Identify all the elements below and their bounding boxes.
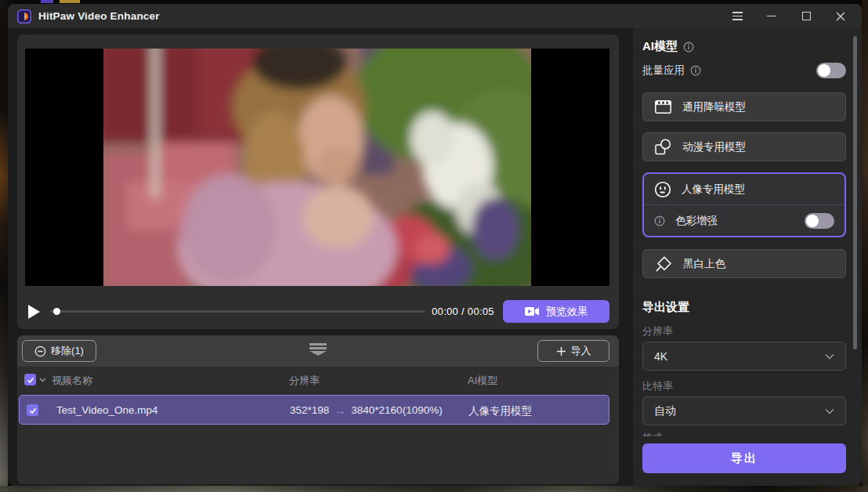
column-header-name[interactable]: 视频名称 [52, 374, 92, 388]
video-frame-image [103, 49, 531, 286]
resolution-to: 3840*2160(1090%) [351, 404, 442, 416]
seek-bar[interactable] [50, 310, 425, 313]
bitrate-value: 自动 [654, 404, 676, 418]
maximize-icon[interactable] [794, 7, 818, 26]
bitrate-dropdown[interactable]: 自动 [642, 396, 846, 425]
close-icon[interactable] [829, 7, 852, 26]
camera-icon [525, 306, 540, 317]
export-settings-label: 导出设置 [642, 300, 689, 315]
chevron-down-icon [825, 353, 834, 360]
info-icon[interactable] [690, 65, 701, 76]
color-enhance-row: 色彩增强 [644, 205, 844, 236]
resolution-dropdown[interactable]: 4K [642, 342, 846, 371]
app-logo-icon [17, 9, 31, 24]
row-filename: Test_Video_One.mp4 [56, 404, 158, 416]
info-icon[interactable] [654, 215, 665, 226]
table-header: 视频名称 分辨率 AI模型 [17, 368, 619, 392]
app-window: HitPaw Video Enhancer [8, 4, 862, 486]
model-label: 黑白上色 [683, 257, 725, 271]
model-button-portrait[interactable]: 人像专用模型 [644, 174, 844, 204]
import-button[interactable]: 导入 [537, 340, 609, 362]
resolution-value: 4K [654, 350, 667, 363]
model-button-general-denoise[interactable]: 通用降噪模型 [642, 92, 846, 121]
export-settings-header: 导出设置 [642, 300, 846, 315]
desktop-edge-bottom [0, 486, 868, 492]
model-button-anime[interactable]: 动漫专用模型 [642, 132, 846, 161]
preview-effect-label: 预览效果 [546, 305, 588, 319]
remove-circle-minus-icon [34, 345, 46, 357]
model-label: 通用降噪模型 [682, 100, 746, 114]
desktop-edge-right [862, 0, 868, 492]
sidebar-scrollbar[interactable] [853, 36, 857, 349]
paint-swatch-icon [655, 255, 672, 273]
import-label: 导入 [571, 344, 591, 358]
ai-model-header-label: AI模型 [642, 39, 678, 54]
bitrate-field-label: 比特率 [642, 379, 846, 393]
film-icon [655, 100, 671, 114]
row-checkbox[interactable] [27, 404, 38, 416]
resolution-field-label: 分辨率 [642, 324, 846, 338]
drag-handle-icon[interactable] [306, 343, 330, 359]
resolution-arrow-icon: → [335, 405, 345, 416]
color-enhance-label: 色彩增强 [675, 214, 718, 228]
play-icon[interactable] [28, 305, 40, 319]
anime-shapes-icon [655, 139, 671, 155]
remove-button[interactable]: 移除(1) [22, 340, 96, 362]
row-ai-model: 人像专用模型 [468, 404, 532, 418]
batch-apply-toggle[interactable] [816, 63, 846, 78]
desktop-edge-left [0, 0, 8, 492]
desktop-blip [41, 0, 53, 3]
table-row[interactable]: Test_Video_One.mp4 352*198 → 3840*2160(1… [19, 395, 609, 425]
preview-effect-button[interactable]: 预览效果 [503, 300, 609, 323]
desktop-blip [60, 0, 80, 3]
file-list-panel: 移除(1) 导入 视频名称 分辨率 AI模型 [17, 335, 619, 484]
checkbox-check-icon [26, 375, 35, 385]
model-label: 人像专用模型 [682, 183, 745, 197]
batch-apply-row: 批量应用 [642, 63, 846, 78]
sidebar: AI模型 批量应用 通用降噪模型 [633, 28, 862, 486]
plus-icon [556, 346, 566, 356]
batch-apply-label: 批量应用 [642, 63, 685, 78]
menu-icon[interactable] [725, 7, 749, 26]
titlebar: HitPaw Video Enhancer [8, 4, 862, 28]
model-button-colorize[interactable]: 黑白上色 [642, 249, 846, 278]
export-button-label: 导出 [731, 451, 758, 466]
preview-panel: 00:00 / 00:05 预览效果 [17, 34, 619, 329]
seek-knob[interactable] [53, 308, 60, 315]
chevron-down-icon[interactable] [39, 378, 46, 382]
time-display: 00:00 / 00:05 [425, 306, 501, 317]
resolution-from: 352*198 [290, 404, 329, 416]
clipped-field-label: 格式 [642, 431, 846, 436]
checkbox-check-icon [28, 406, 38, 415]
column-header-model[interactable]: AI模型 [468, 374, 497, 388]
column-header-resolution[interactable]: 分辨率 [289, 374, 320, 388]
portrait-face-icon [654, 181, 671, 198]
window-controls [725, 7, 852, 26]
model-label: 动漫专用模型 [682, 140, 746, 154]
remove-label: 移除(1) [51, 344, 84, 358]
list-toolbar: 移除(1) 导入 [17, 335, 619, 367]
chevron-down-icon [825, 408, 834, 414]
minimize-icon[interactable] [760, 7, 783, 26]
model-card-portrait-selected[interactable]: 人像专用模型 色彩增强 [642, 172, 846, 237]
color-enhance-toggle[interactable] [805, 213, 834, 229]
window-title: HitPaw Video Enhancer [38, 10, 160, 22]
info-icon[interactable] [683, 42, 694, 52]
row-resolution: 352*198 → 3840*2160(1090%) [290, 404, 443, 416]
video-preview[interactable] [25, 49, 609, 286]
select-all-checkbox[interactable] [24, 374, 36, 385]
ai-model-header: AI模型 [642, 39, 846, 54]
export-button[interactable]: 导出 [642, 443, 846, 473]
